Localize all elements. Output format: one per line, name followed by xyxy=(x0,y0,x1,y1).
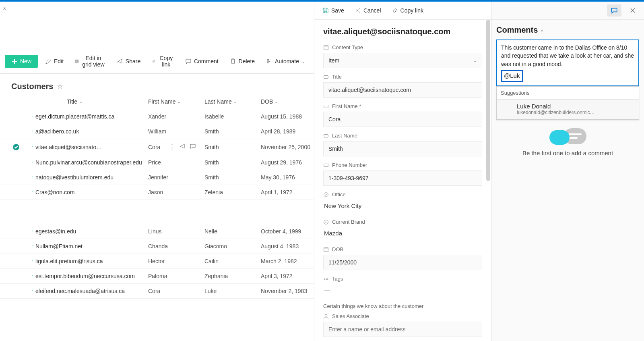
cell-title[interactable]: eleifend.nec.malesuada@atrisus.ca xyxy=(32,288,145,294)
sales-associate-input[interactable] xyxy=(323,322,482,337)
mention-suggestions: Suggestions Luke Donald lukedonald@citiz… xyxy=(496,86,639,120)
empty-state-text: Be the first one to add a comment xyxy=(496,150,639,156)
link-icon xyxy=(392,7,398,14)
comment-icon xyxy=(611,7,618,14)
cell-first: Cora xyxy=(145,288,201,294)
label-tags: Tags xyxy=(332,276,343,282)
row-more-icon[interactable]: ⋮ xyxy=(169,143,175,151)
suggestions-label: Suggestions xyxy=(497,87,639,100)
svg-point-7 xyxy=(324,220,328,224)
text-icon xyxy=(323,104,329,109)
comment-button[interactable]: Comment xyxy=(181,56,223,67)
chevron-down-icon: ⌄ xyxy=(473,58,477,63)
table-row[interactable]: ligula.elit.pretium@risus.caHectorCailin… xyxy=(0,254,314,269)
choice-icon xyxy=(323,192,329,198)
content-type-select[interactable]: Item ⌄ xyxy=(323,53,482,68)
cell-first: William xyxy=(145,128,201,135)
svg-rect-4 xyxy=(324,134,328,137)
table-row[interactable]: Cras@non.comJasonZeleniaApril 1, 1972 xyxy=(0,185,314,200)
panel-scrollbar[interactable] xyxy=(485,20,491,341)
text-icon xyxy=(323,74,329,80)
col-last[interactable]: Last Name ⌄ xyxy=(201,98,258,105)
cell-first: Price xyxy=(145,159,201,166)
cell-title[interactable]: vitae.aliquet@sociisnato… xyxy=(32,144,145,150)
content-type-icon xyxy=(323,45,329,50)
list-breadcrumb: x xyxy=(0,2,314,12)
copy-link-button[interactable]: Copy link xyxy=(148,52,178,70)
link-icon xyxy=(152,58,156,64)
row-share-icon[interactable] xyxy=(179,143,186,151)
cell-title[interactable]: Cras@non.com xyxy=(32,189,145,195)
cell-title[interactable]: eget.dictum.placerat@mattis.ca xyxy=(32,113,145,120)
comment-icon xyxy=(185,58,192,64)
title-input[interactable]: vitae.aliquet@sociisnatoque.com xyxy=(323,82,482,98)
table-row[interactable]: Nullam@Etiam.netChandaGiacomoAugust 4, 1… xyxy=(0,239,314,254)
cell-first: Jennifer xyxy=(145,174,201,181)
cell-last: Smith xyxy=(201,128,258,135)
cell-title[interactable]: natoque@vestibulumlorem.edu xyxy=(32,174,145,181)
table-header: Title ⌄ First Name ⌄ Last Name ⌄ DOB ⌄ xyxy=(0,94,314,109)
table-row[interactable]: eleifend.nec.malesuada@atrisus.caCoraLuk… xyxy=(0,284,314,299)
first-name-input[interactable]: Cora xyxy=(323,112,482,127)
cell-title[interactable]: a@aclibero.co.uk xyxy=(32,128,145,135)
close-panel-button[interactable] xyxy=(625,4,640,17)
favorite-star-icon[interactable]: ☆ xyxy=(57,83,63,90)
cell-title[interactable]: ligula.elit.pretium@risus.ca xyxy=(32,258,145,264)
item-edit-panel: Save Cancel Copy link vitae.aliquet@soci… xyxy=(314,2,491,341)
panel-copy-link-button[interactable]: Copy link xyxy=(389,6,426,15)
table-row[interactable]: eget.dictum.placerat@mattis.caXanderIsab… xyxy=(0,109,314,124)
new-button[interactable]: New xyxy=(5,55,38,68)
grid-icon xyxy=(75,58,79,64)
table-row[interactable]: natoque@vestibulumlorem.eduJenniferSmith… xyxy=(0,170,314,185)
col-first[interactable]: First Name ⌄ xyxy=(145,98,201,105)
svg-point-9 xyxy=(325,314,327,316)
cell-first: Hector xyxy=(145,258,201,264)
mention-chip[interactable]: @Luk xyxy=(501,70,523,82)
suggestion-item[interactable]: Luke Donald lukedonald@citizenbuilders.o… xyxy=(497,100,639,119)
cell-first: Jason xyxy=(145,189,201,195)
phone-input[interactable]: 1-309-493-9697 xyxy=(323,170,482,186)
cell-title[interactable]: Nullam@Etiam.net xyxy=(32,243,145,250)
save-button[interactable]: Save xyxy=(320,6,347,15)
share-button[interactable]: Share xyxy=(113,56,144,67)
col-title[interactable]: Title ⌄ xyxy=(32,98,145,105)
cell-title[interactable]: egestas@in.edu xyxy=(32,228,145,235)
office-value[interactable]: New York City xyxy=(323,200,482,213)
automate-button[interactable]: Automate ⌄ xyxy=(262,56,309,67)
last-name-input[interactable]: Smith xyxy=(323,141,482,156)
cell-last: Isabelle xyxy=(201,113,258,120)
edit-button[interactable]: Edit xyxy=(41,56,68,67)
chevron-down-icon: ⌄ xyxy=(79,99,83,104)
tags-value[interactable]: — xyxy=(323,284,482,297)
tags-icon xyxy=(323,276,329,282)
comments-heading[interactable]: Comments ⌄ xyxy=(496,25,639,35)
cell-first: Paloma xyxy=(145,273,201,279)
cell-last: Smith xyxy=(201,174,258,181)
edit-grid-button[interactable]: Edit in grid view xyxy=(71,52,109,70)
toggle-comments-icon[interactable] xyxy=(607,4,621,17)
plus-icon xyxy=(11,58,18,64)
cell-title[interactable]: est.tempor.bibendum@neccursusa.com xyxy=(32,273,145,279)
delete-button[interactable]: Delete xyxy=(226,56,259,67)
cancel-button[interactable]: Cancel xyxy=(352,6,384,15)
svg-rect-8 xyxy=(324,247,328,252)
table-row[interactable]: a@aclibero.co.ukWilliamSmithApril 28, 19… xyxy=(0,124,314,139)
table-row[interactable]: Nunc.pulvinar.arcu@conubianostraper.eduP… xyxy=(0,155,314,170)
label-phone: Phone Number xyxy=(332,162,367,168)
panel-heading: vitae.aliquet@sociisnatoque.com xyxy=(323,27,482,36)
chevron-down-icon: ⌄ xyxy=(233,99,237,104)
cell-last: Zelenia xyxy=(201,189,258,195)
label-dob: DOB xyxy=(332,246,343,252)
cell-title[interactable]: Nunc.pulvinar.arcu@conubianostraper.edu xyxy=(32,159,145,166)
cell-first: Chanda xyxy=(145,243,201,250)
row-comment-icon[interactable] xyxy=(190,143,196,151)
table-row[interactable]: egestas@in.eduLinusNelleOctober 4, 1999 xyxy=(0,224,314,239)
new-comment-textarea[interactable]: This customer came in to the Dallas Offi… xyxy=(496,40,639,86)
label-first: First Name * xyxy=(332,103,361,109)
table-row[interactable]: vitae.aliquet@sociisnato…CoraSmithNovemb… xyxy=(0,139,314,155)
command-bar: New Edit Edit in grid view Share Copy li… xyxy=(0,49,314,74)
dob-input[interactable]: 11/25/2000 xyxy=(323,255,482,270)
brand-value[interactable]: Mazda xyxy=(323,227,482,241)
table-row[interactable]: est.tempor.bibendum@neccursusa.comPaloma… xyxy=(0,269,314,284)
person-icon xyxy=(323,314,329,319)
